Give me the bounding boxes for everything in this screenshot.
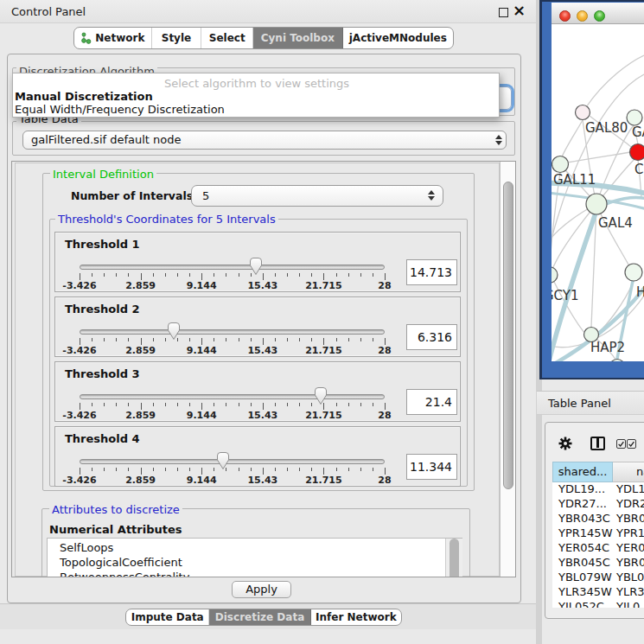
thresholds-group: Threshold's Coordinates for 5 Intervals … bbox=[49, 219, 468, 487]
number-of-intervals-spinner[interactable]: 5 bbox=[191, 185, 443, 207]
network-graph: GAL80GACGAL11GAL4HGCY1HAP2 bbox=[552, 24, 644, 361]
spinner-value: 5 bbox=[202, 189, 209, 202]
network-icon bbox=[80, 32, 92, 44]
close-icon[interactable]: × bbox=[513, 1, 526, 19]
algorithm-popup: Select algorithm to view settings Manual… bbox=[12, 73, 500, 118]
tab-discretize-data[interactable]: Discretize Data bbox=[209, 609, 310, 625]
network-node[interactable] bbox=[627, 110, 642, 125]
network-view[interactable]: GAL80GACGAL11GAL4HGCY1HAP2 bbox=[552, 24, 644, 361]
app-root: Control Panel × Network Style Select Cyn… bbox=[0, 0, 644, 644]
column-header-name[interactable]: na bbox=[613, 462, 644, 482]
node-label: GA bbox=[632, 124, 644, 140]
float-window-icon[interactable] bbox=[499, 8, 508, 17]
table-row[interactable]: YBR043CYBR0 bbox=[552, 512, 644, 526]
checkbox-icon[interactable] bbox=[616, 439, 626, 449]
threshold-value-field[interactable]: 11.344 bbox=[406, 454, 457, 480]
control-panel-title: Control Panel bbox=[11, 5, 86, 18]
minimize-traffic-light[interactable] bbox=[577, 10, 588, 22]
threshold-panel-2: Threshold 26.316-3.4262.8599.14415.4321.… bbox=[54, 296, 461, 357]
list-item[interactable]: SelfLoops bbox=[60, 541, 113, 554]
tab-select[interactable]: Select bbox=[201, 28, 253, 48]
network-node[interactable] bbox=[625, 264, 642, 281]
attributes-group: Attributes to discretize Numerical Attri… bbox=[41, 508, 470, 577]
table-row[interactable]: YPR145WYPR1 bbox=[552, 526, 644, 541]
interval-definition-title: Interval Definition bbox=[50, 168, 156, 181]
slider-track[interactable] bbox=[80, 394, 385, 399]
node-label: H bbox=[636, 284, 644, 300]
control-panel-tabbar: Network Style Select Cyni Toolbox jActiv… bbox=[73, 27, 454, 49]
network-node[interactable] bbox=[552, 156, 569, 173]
close-traffic-light[interactable] bbox=[559, 10, 571, 22]
tab-network[interactable]: Network bbox=[74, 28, 152, 48]
attributes-title: Attributes to discretize bbox=[49, 503, 182, 516]
table-row[interactable]: YBR045CYBR0 bbox=[552, 556, 644, 571]
threshold-panel-1: Threshold 114.713-3.4262.8599.14415.4321… bbox=[54, 232, 461, 292]
slider-thumb[interactable] bbox=[216, 451, 230, 470]
slider-track[interactable] bbox=[80, 265, 385, 270]
threshold-value-field[interactable]: 21.4 bbox=[406, 389, 457, 415]
tab-style[interactable]: Style bbox=[152, 28, 202, 48]
settings-vertical-scrollbar[interactable] bbox=[500, 162, 516, 577]
slider-thumb[interactable] bbox=[249, 257, 263, 276]
network-node[interactable] bbox=[552, 267, 558, 283]
table-row[interactable]: YLR345WYLR3 bbox=[552, 585, 644, 600]
attributes-scrollbar[interactable] bbox=[445, 539, 462, 577]
popup-item-manual-discretization[interactable]: Manual Discretization bbox=[15, 90, 153, 103]
checkbox-icon[interactable] bbox=[627, 439, 636, 449]
split-panel-icon[interactable] bbox=[590, 437, 605, 450]
table-data-value: galFiltered.sif default node bbox=[31, 133, 182, 146]
table-rows: YDL19...YDL1 YDR27...YDR2 YBR043CYBR0 YP… bbox=[552, 482, 644, 608]
network-node[interactable] bbox=[586, 194, 607, 214]
table-panel: shared... na YDL19...YDL1 YDR27...YDR2 Y… bbox=[545, 422, 644, 619]
table-row[interactable]: YDL19...YDL1 bbox=[552, 482, 644, 497]
table-row[interactable]: YDR27...YDR2 bbox=[552, 497, 644, 512]
network-node[interactable] bbox=[630, 144, 644, 161]
scrollbar-thumb[interactable] bbox=[503, 182, 513, 489]
interval-definition-group: Interval Definition Number of Intervals … bbox=[42, 173, 475, 491]
tab-infer-network[interactable]: Infer Network bbox=[311, 609, 401, 625]
list-item[interactable]: TopologicalCoefficient bbox=[60, 556, 182, 569]
tab-impute-data[interactable]: Impute Data bbox=[126, 609, 209, 625]
column-header-shared[interactable]: shared... bbox=[552, 462, 613, 482]
apply-button[interactable]: Apply bbox=[232, 581, 291, 598]
node-label: HAP2 bbox=[590, 340, 625, 355]
bottom-tabbar: Impute Data Discretize Data Infer Networ… bbox=[125, 609, 402, 626]
popup-prompt: Select algorithm to view settings bbox=[13, 77, 501, 90]
thresholds-title: Threshold's Coordinates for 5 Intervals bbox=[55, 213, 278, 226]
table-row[interactable]: YIL052CYIL0 bbox=[552, 600, 644, 608]
threshold-value-field[interactable]: 14.713 bbox=[406, 259, 457, 285]
settings-scrollpane: Interval Definition Number of Intervals … bbox=[11, 161, 516, 577]
threshold-value-field[interactable]: 6.316 bbox=[406, 324, 457, 350]
table-row[interactable]: YER054CYER0 bbox=[552, 541, 644, 556]
node-label: GAL11 bbox=[553, 172, 596, 188]
popup-item-equal-width[interactable]: Equal Width/Frequency Discretization bbox=[15, 103, 225, 116]
numerical-attributes-label: Numerical Attributes bbox=[49, 523, 182, 536]
slider-track[interactable] bbox=[80, 329, 385, 335]
slider-track[interactable] bbox=[80, 459, 385, 464]
node-label: GAL4 bbox=[598, 215, 633, 231]
spinner-arrows-icon[interactable] bbox=[428, 190, 435, 201]
number-of-intervals-label: Number of Intervals bbox=[71, 189, 193, 202]
network-node[interactable] bbox=[610, 360, 625, 362]
table-panel-title: Table Panel bbox=[548, 397, 611, 410]
table-row[interactable]: YBL079WYBL0 bbox=[552, 571, 644, 585]
slider-thumb[interactable] bbox=[167, 322, 181, 341]
node-label: GCY1 bbox=[552, 288, 579, 303]
tab-cyni-toolbox[interactable]: Cyni Toolbox bbox=[253, 28, 343, 48]
threshold-panel-4: Threshold 411.344-3.4262.8599.14415.4321… bbox=[54, 426, 461, 487]
attributes-list[interactable]: SelfLoops TopologicalCoefficient Between… bbox=[47, 538, 462, 577]
tab-jactivemnodules[interactable]: jActiveMNodules bbox=[343, 28, 453, 48]
threshold-panel-3: Threshold 321.4-3.4262.8599.14415.4321.7… bbox=[54, 361, 461, 422]
slider-thumb[interactable] bbox=[314, 386, 328, 405]
node-label: GAL80 bbox=[585, 120, 628, 136]
network-node[interactable] bbox=[576, 105, 590, 120]
node-table: shared... na YDL19...YDL1 YDR27...YDR2 Y… bbox=[552, 462, 644, 607]
list-item[interactable]: BetweennessCentrality bbox=[60, 571, 189, 577]
network-window-titlebar[interactable] bbox=[552, 3, 644, 24]
zoom-traffic-light[interactable] bbox=[594, 10, 605, 22]
gear-icon[interactable] bbox=[558, 436, 573, 451]
node-label: C bbox=[634, 162, 643, 177]
combo-arrows-icon bbox=[495, 135, 502, 145]
